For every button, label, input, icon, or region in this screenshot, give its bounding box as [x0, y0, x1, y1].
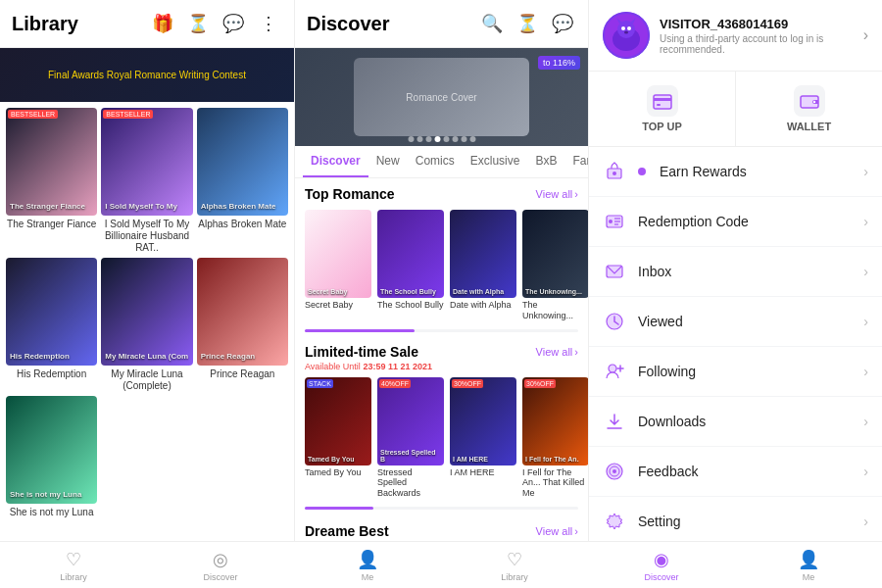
sale-book[interactable]: 30%OFF I Fell for The An. I Fell for The… [522, 377, 588, 499]
book-title: The Unknowing... [522, 300, 588, 321]
menu-item-viewed[interactable]: Viewed › [589, 297, 882, 347]
book-title: I Sold Myself To My Billionaire Husband … [101, 219, 192, 254]
discover-header: Discover 🔍 ⏳ 💬 [295, 0, 588, 48]
menu-item-feedback[interactable]: Feedback › [589, 447, 882, 497]
user-description: Using a third-party account to log in is… [660, 33, 863, 55]
library-book-item[interactable]: BESTSELLER The Stranger Fiance The Stran… [6, 108, 97, 254]
tab-new[interactable]: New [368, 146, 408, 177]
discover-hourglass-icon[interactable]: ⏳ [514, 10, 541, 37]
top-romance-book[interactable]: Secret Baby Secret Baby [305, 210, 371, 321]
menu-item-label: Viewed [638, 314, 852, 329]
wallet-row: TOP UP WALLET [589, 72, 882, 147]
library-banner[interactable]: Final Awards Royal Romance Writing Conte… [0, 48, 294, 102]
nav-discover-2[interactable]: ◉ Discover [588, 542, 735, 588]
book-title: Secret Baby [305, 300, 371, 311]
me-nav-icon-2: 👤 [798, 549, 819, 570]
tab-fantasy[interactable]: Fantasy [564, 146, 588, 177]
library-book-item[interactable]: BESTSELLER I Sold Myself To My I Sold My… [101, 108, 192, 254]
menu-item-earn-rewards[interactable]: Earn Rewards › [589, 147, 882, 197]
wallet-label: WALLET [787, 121, 831, 132]
carousel-dot [452, 136, 458, 142]
menu-chevron-icon: › [863, 414, 868, 429]
menu-item-inbox[interactable]: Inbox › [589, 247, 882, 297]
gift-icon[interactable]: 🎁 [149, 10, 176, 37]
dreame-best-header: Dreame Best View all › [295, 515, 588, 543]
tab-bxb[interactable]: BxB [527, 146, 564, 177]
book-title: Prince Reagan [197, 368, 288, 380]
library-book-item[interactable]: His Redemption His Redemption [6, 258, 97, 392]
tab-comics[interactable]: Comics [408, 146, 463, 177]
tabs-row: DiscoverNewComicsExclusiveBxBFantasy [295, 146, 588, 178]
book-badge: BESTSELLER [8, 110, 58, 119]
book-title: Alphas Broken Mate [197, 219, 288, 230]
sale-book[interactable]: 40%OFF Stressed Spelled B Stressed Spell… [377, 377, 444, 499]
new-dot [638, 168, 646, 175]
hourglass-icon[interactable]: ⏳ [184, 10, 212, 37]
book-title: Tamed By You [305, 467, 371, 478]
discover-nav-label-2: Discover [644, 572, 678, 582]
sale-badge: 30%OFF [452, 379, 483, 388]
top-romance-view-all[interactable]: View all › [536, 188, 578, 200]
svg-rect-10 [654, 98, 671, 101]
more-icon[interactable]: ⋮ [255, 10, 282, 37]
nav-library-2[interactable]: ♡ Library [441, 542, 588, 588]
top-up-button[interactable]: TOP UP [589, 72, 736, 146]
user-profile[interactable]: VISITOR_4368014169 Using a third-party a… [589, 0, 882, 72]
following-icon [603, 360, 626, 383]
discover-chat-icon[interactable]: 💬 [549, 10, 576, 37]
nav-me-2[interactable]: 👤 Me [735, 542, 882, 588]
nav-me-1[interactable]: 👤 Me [294, 542, 441, 588]
bottom-nav: ♡ Library ◎ Discover 👤 Me ♡ Library ◉ Di… [0, 541, 882, 588]
search-icon[interactable]: 🔍 [478, 10, 506, 37]
dreame-best-view-all[interactable]: View all › [536, 525, 578, 537]
library-nav-label: Library [60, 572, 87, 582]
book-title: My Miracle Luna (Complete) [101, 368, 192, 392]
me-nav-label-1: Me [362, 572, 374, 582]
menu-chevron-icon: › [863, 364, 868, 379]
chat-icon[interactable]: 💬 [220, 10, 247, 37]
menu-item-label: Earn Rewards [660, 164, 852, 179]
nav-discover-1[interactable]: ◎ Discover [147, 542, 294, 588]
sale-book[interactable]: STACK Tamed By You Tamed By You [305, 377, 371, 499]
carousel[interactable]: Romance Cover to 116% [295, 48, 588, 146]
avatar [603, 12, 650, 59]
downloads-icon [603, 410, 626, 433]
top-up-icon [647, 85, 678, 117]
username: VISITOR_4368014169 [660, 17, 863, 31]
sale-badge: 40%OFF [379, 379, 411, 388]
wallet-button[interactable]: WALLET [736, 72, 882, 146]
discover-nav-label-1: Discover [203, 572, 237, 582]
limited-sale-view-all[interactable]: View all › [536, 346, 578, 358]
book-title: His Redemption [6, 368, 97, 380]
library-header: Library 🎁 ⏳ 💬 ⋮ [0, 0, 294, 48]
carousel-badge: to 116% [538, 56, 580, 70]
library-book-item[interactable]: Prince Reagan Prince Reagan [197, 258, 288, 392]
menu-item-following[interactable]: Following › [589, 347, 882, 397]
library-book-item[interactable]: Alphas Broken Mate Alphas Broken Mate [197, 108, 288, 254]
menu-item-setting[interactable]: Setting › [589, 497, 882, 547]
top-romance-book[interactable]: Date with Alpha Date with Alpha [450, 210, 516, 321]
nav-library-1[interactable]: ♡ Library [0, 542, 147, 588]
earn-rewards-icon [603, 160, 626, 183]
book-title: The Stranger Fiance [6, 219, 97, 230]
inbox-icon [603, 260, 626, 283]
book-title: Date with Alpha [450, 300, 516, 311]
svg-point-6 [621, 26, 625, 30]
discover-panel: Discover 🔍 ⏳ 💬 Romance Cover to 116% Dis… [294, 0, 588, 588]
top-romance-books: Secret Baby Secret Baby The School Bully… [295, 206, 588, 329]
menu-item-downloads[interactable]: Downloads › [589, 397, 882, 447]
library-book-item[interactable]: She is not my Luna She is not my Luna [6, 396, 97, 518]
discover-nav-icon-1: ◎ [213, 549, 228, 570]
top-romance-book[interactable]: The Unknowing... The Unknowing... [522, 210, 588, 321]
menu-chevron-icon: › [863, 164, 868, 179]
top-romance-book[interactable]: The School Bully The School Bully [377, 210, 444, 321]
sale-book[interactable]: 30%OFF I AM HERE I AM HERE [450, 377, 516, 499]
svg-point-8 [624, 31, 628, 34]
menu-item-redemption-code[interactable]: Redemption Code › [589, 197, 882, 247]
tab-exclusive[interactable]: Exclusive [463, 146, 528, 177]
sale-timer: Available Until 23:59 11 21 2021 [305, 362, 578, 371]
menu-chevron-icon: › [863, 264, 868, 279]
tab-discover[interactable]: Discover [303, 146, 368, 177]
library-book-item[interactable]: My Miracle Luna (Com My Miracle Luna (Co… [101, 258, 192, 392]
library-nav-label-2: Library [501, 572, 528, 582]
